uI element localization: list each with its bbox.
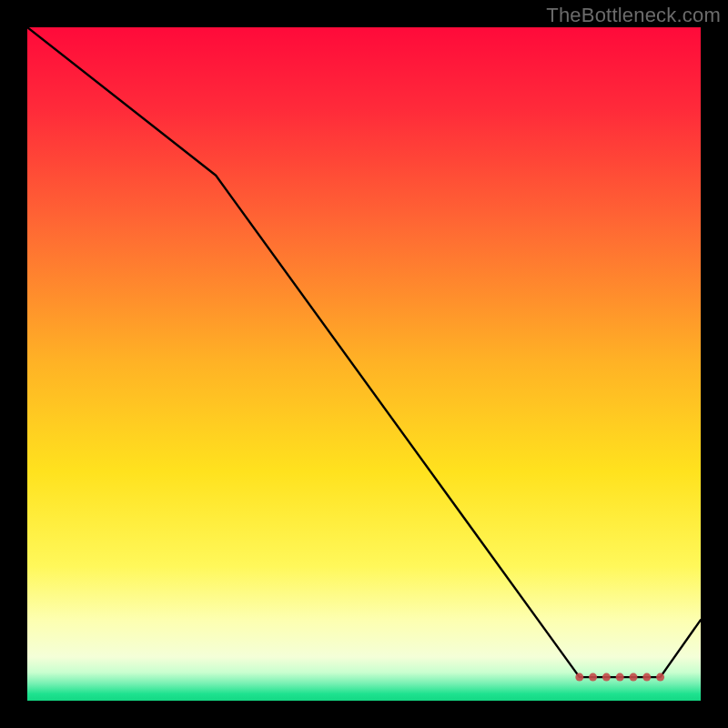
chart-frame: TheBottleneck.com [0, 0, 728, 728]
gradient-background [27, 27, 701, 701]
watermark-text: TheBottleneck.com [546, 4, 721, 27]
marker-dot [630, 673, 638, 682]
marker-dot [642, 673, 651, 682]
marker-dot [602, 673, 611, 682]
marker-dot [656, 673, 664, 682]
marker-dot [616, 673, 624, 682]
plot-area [27, 27, 701, 701]
marker-dot [575, 673, 583, 682]
marker-dot [589, 673, 597, 682]
chart-svg [27, 27, 701, 701]
